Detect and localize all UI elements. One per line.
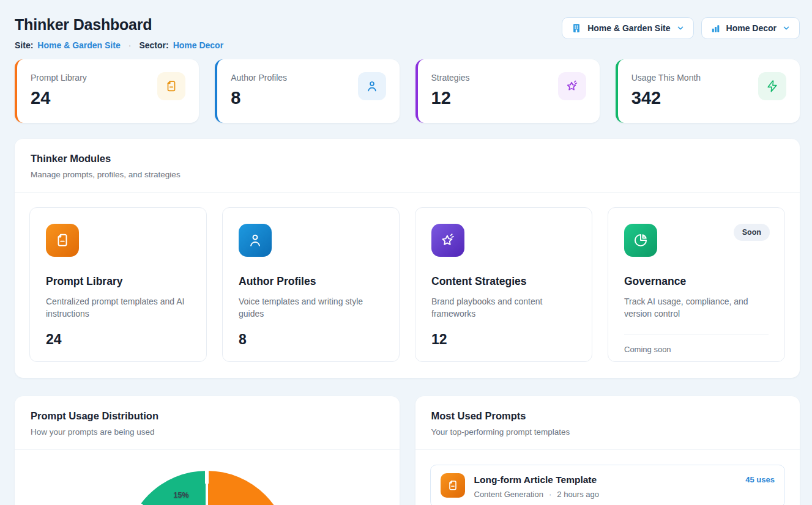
usage-donut-chart[interactable] [124, 471, 289, 505]
star-sparkle-icon [558, 72, 586, 100]
prompt-list-item[interactable]: Long-form Article Template Content Gener… [430, 465, 786, 505]
dashboard-page: Thinker Dashboard Site: Home & Garden Si… [0, 0, 812, 505]
prompt-item-uses: 45 uses [745, 475, 775, 484]
page-title: Thinker Dashboard [15, 16, 223, 34]
usage-card-title: Prompt Usage Distribution [31, 410, 384, 422]
divider [415, 449, 800, 450]
donut-segment-label: 15% [173, 491, 188, 499]
sector-dropdown-button[interactable]: Home Decor [701, 17, 800, 39]
bottom-row: Prompt Usage Distribution How your promp… [15, 396, 800, 505]
module-card-author-profiles[interactable]: Author Profiles Voice templates and writ… [222, 207, 400, 362]
meta-separator: · [125, 40, 135, 50]
coming-soon-text: Coming soon [624, 345, 769, 354]
modules-panel-subtitle: Manage prompts, profiles, and strategies [31, 170, 784, 179]
prompt-item-time: 2 hours ago [557, 490, 599, 499]
header-controls: Home & Garden Site Home Decor [562, 17, 800, 39]
stat-card-prompt-library[interactable]: Prompt Library 24 [15, 59, 199, 123]
pie-chart-icon [624, 224, 657, 257]
module-title: Prompt Library [46, 275, 190, 288]
chevron-down-icon [676, 24, 685, 32]
modules-panel-title: Thinker Modules [31, 153, 784, 164]
prompt-item-meta: Content Generation · 2 hours ago [474, 490, 737, 499]
stat-card-strategies[interactable]: Strategies 12 [415, 59, 600, 123]
sector-dropdown-label: Home Decor [726, 23, 777, 33]
thinker-modules-panel: Thinker Modules Manage prompts, profiles… [15, 139, 800, 378]
stat-card-author-profiles[interactable]: Author Profiles 8 [215, 59, 399, 123]
module-card-prompt-library[interactable]: Prompt Library Centralized prompt templa… [29, 207, 207, 362]
sector-link[interactable]: Home Decor [173, 40, 223, 50]
site-dropdown-button[interactable]: Home & Garden Site [562, 17, 693, 39]
module-description: Centralized prompt templates and AI inst… [46, 295, 190, 320]
prompt-item-body: Long-form Article Template Content Gener… [474, 473, 737, 499]
stat-card-usage[interactable]: Usage This Month 342 [616, 59, 800, 123]
module-description: Voice templates and writing style guides [239, 295, 383, 320]
module-title: Governance [624, 275, 769, 288]
page-header: Thinker Dashboard Site: Home & Garden Si… [15, 12, 800, 50]
star-sparkle-icon [431, 224, 464, 257]
module-description: Track AI usage, compliance, and version … [624, 295, 769, 320]
most-used-header: Most Used Prompts Your top-performing pr… [415, 396, 800, 449]
prompt-item-category: Content Generation [474, 490, 543, 499]
module-description: Brand playbooks and content frameworks [431, 295, 576, 320]
site-dropdown-label: Home & Garden Site [587, 23, 670, 33]
bar-chart-icon [710, 23, 721, 34]
usage-card-subtitle: How your prompts are being used [31, 427, 384, 437]
meta-separator: · [549, 490, 551, 499]
document-icon [46, 224, 79, 257]
breadcrumb: Site: Home & Garden Site · Sector: Home … [15, 40, 223, 50]
user-icon [239, 224, 272, 257]
most-used-prompts-card: Most Used Prompts Your top-performing pr… [415, 396, 800, 505]
stats-row: Prompt Library 24 Author Profiles 8 Stra… [15, 59, 800, 123]
usage-distribution-card: Prompt Usage Distribution How your promp… [15, 396, 400, 505]
modules-grid: Prompt Library Centralized prompt templa… [15, 193, 800, 378]
sector-label: Sector: [139, 40, 168, 50]
site-link[interactable]: Home & Garden Site [37, 40, 120, 50]
divider [624, 334, 769, 334]
module-count: 12 [431, 331, 576, 348]
document-icon [157, 72, 185, 100]
module-count: 8 [239, 331, 383, 348]
most-used-title: Most Used Prompts [431, 410, 784, 422]
divider [15, 449, 400, 450]
most-used-subtitle: Your top-performing prompt templates [431, 427, 784, 437]
module-card-content-strategies[interactable]: Content Strategies Brand playbooks and c… [415, 207, 592, 362]
module-title: Content Strategies [431, 275, 576, 288]
site-label: Site: [15, 40, 33, 50]
header-titles: Thinker Dashboard Site: Home & Garden Si… [15, 12, 223, 50]
user-icon [358, 72, 386, 100]
modules-panel-header: Thinker Modules Manage prompts, profiles… [15, 139, 800, 192]
lightning-icon [758, 72, 786, 100]
module-card-governance[interactable]: Soon Governance Track AI usage, complian… [608, 207, 785, 362]
module-title: Author Profiles [239, 275, 383, 288]
prompt-item-title: Long-form Article Template [474, 474, 737, 485]
module-count: 24 [46, 331, 190, 348]
document-icon [441, 473, 465, 498]
soon-badge: Soon [734, 224, 770, 241]
chevron-down-icon [782, 24, 791, 32]
building-icon [571, 23, 582, 34]
usage-card-header: Prompt Usage Distribution How your promp… [15, 396, 400, 449]
